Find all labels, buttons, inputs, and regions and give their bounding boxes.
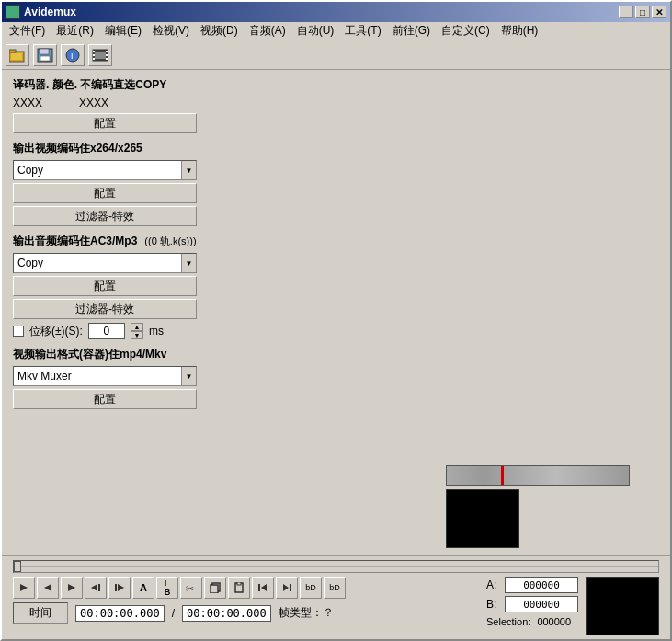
video-filter-button[interactable]: 过滤器-特效 [13,206,197,226]
decoder-title: 译码器. 颜色. 不编码直选COPY [13,77,427,93]
menu-goto[interactable]: 前往(G) [387,21,436,40]
b-input[interactable]: 000000 [505,596,578,612]
audio-codec-subtitle: ((0 轨.k(s))) [144,235,196,248]
app-icon [6,5,20,19]
prev-frame-button[interactable] [37,577,59,599]
video-codec-value: Copy [17,164,43,177]
offset-spin-up[interactable]: ▲ [131,323,143,331]
menu-help[interactable]: 帮助(H) [495,21,544,40]
progress-thumb [14,561,21,572]
decoder-section: 译码器. 颜色. 不编码直选COPY XXXX XXXX 配置 [13,77,427,133]
menu-video[interactable]: 视频(D) [195,21,244,40]
red-marker [501,466,504,485]
b-row: B: 000000 [486,596,578,612]
goto-end-button[interactable] [276,577,298,599]
video-format-config-button[interactable]: 配置 [13,389,197,409]
menu-file[interactable]: 文件(F) [4,21,51,40]
offset-spinner: ▲ ▼ [131,323,143,339]
video-config-button[interactable]: 配置 [13,183,197,203]
menu-auto[interactable]: 自动(U) [291,21,340,40]
offset-unit: ms [149,325,164,338]
svg-rect-13 [106,51,108,52]
selection-row: Selection: 000000 [486,615,571,628]
audio-config-button[interactable]: 配置 [13,276,197,296]
ab-section: A: 000000 B: 000000 Selection: 000000 [475,577,578,628]
paste-button[interactable] [228,577,250,599]
progress-track [14,566,658,567]
svg-rect-30 [290,584,291,591]
video-preview [586,577,659,635]
total-time: 00:00:00.000 [182,605,271,622]
window-title: Avidemux [24,6,76,18]
save-button[interactable] [33,44,57,66]
next-frame-button[interactable] [61,577,83,599]
controls-row: A IB ✂ [13,577,475,599]
svg-rect-12 [93,58,95,60]
film-button[interactable] [88,44,112,66]
prev-key-button[interactable] [85,577,107,599]
play-button[interactable] [13,577,35,599]
maximize-button[interactable]: □ [635,6,650,18]
preview-area [446,489,519,548]
main-window: Avidemux _ □ ✕ 文件(F) 最近(R) 编辑(E) 检视(V) 视… [0,0,672,641]
a-row: A: 000000 [486,577,578,593]
video-codec-arrow: ▼ [181,161,196,179]
selection-label: Selection: 000000 [486,616,571,627]
menu-tools[interactable]: 工具(T) [339,21,386,40]
a-button[interactable]: A [132,577,154,599]
offset-row: 位移(±)(S): 0 ▲ ▼ ms [13,323,427,339]
rewind-button[interactable]: bD [300,577,322,599]
close-button[interactable]: ✕ [652,6,666,18]
offset-input[interactable]: 0 [88,323,125,339]
video-format-dropdown[interactable]: Mkv Muxer ▼ [13,366,197,386]
audio-codec-value: Copy [17,257,43,269]
svg-rect-2 [11,53,22,60]
offset-spin-down[interactable]: ▼ [131,331,143,339]
video-format-value: Mkv Muxer [17,370,72,383]
video-codec-title: 输出视频编码住x264/x265 [13,141,427,156]
svg-rect-22 [115,584,117,591]
info-button[interactable]: i [61,44,85,66]
cut-button[interactable]: ✂ [180,577,202,599]
audio-filter-button[interactable]: 过滤器-特效 [13,299,197,319]
next-key-button[interactable] [108,577,131,599]
toolbar: i [2,40,670,70]
svg-rect-25 [211,585,218,593]
svg-marker-29 [261,584,267,591]
svg-rect-20 [98,584,100,591]
seek-bar[interactable] [13,560,659,573]
codec-label-2: XXXX [79,97,108,109]
title-bar: Avidemux _ □ ✕ [2,2,670,22]
menu-custom[interactable]: 自定义(C) [436,21,495,40]
svg-marker-21 [118,584,124,591]
a-input[interactable]: 000000 [505,577,578,593]
svg-rect-4 [40,49,49,54]
menu-bar: 文件(F) 最近(R) 编辑(E) 检视(V) 视频(D) 音频(A) 自动(U… [2,22,670,40]
copy-ctrl-button[interactable] [204,577,226,599]
svg-rect-1 [9,50,16,52]
minimize-button[interactable]: _ [619,6,633,18]
forward-button[interactable]: bD [324,577,346,599]
svg-rect-28 [258,584,260,591]
ib-button[interactable]: IB [156,577,178,599]
menu-recent[interactable]: 最近(R) [51,21,99,40]
controls-area: A IB ✂ [13,577,475,624]
audio-codec-dropdown[interactable]: Copy ▼ [13,253,197,273]
menu-view[interactable]: 检视(V) [147,21,195,40]
svg-rect-15 [106,58,108,60]
goto-start-button[interactable] [252,577,274,599]
video-format-arrow: ▼ [181,367,196,385]
video-codec-dropdown[interactable]: Copy ▼ [13,160,197,180]
b-label: B: [486,598,499,611]
audio-codec-section: 输出音频编码住AC3/Mp3 ((0 轨.k(s))) Copy ▼ 配置 过滤… [13,234,427,339]
a-label: A: [486,578,499,591]
offset-checkbox[interactable] [13,326,24,337]
menu-edit[interactable]: 编辑(E) [99,21,147,40]
open-button[interactable] [6,44,29,66]
menu-audio[interactable]: 音频(A) [244,21,291,40]
svg-marker-17 [44,584,51,591]
frame-type: 帧类型：？ [279,605,334,621]
decoder-config-button[interactable]: 配置 [13,113,197,133]
video-format-section: 视频输出格式(容器)住mp4/Mkv Mkv Muxer ▼ 配置 [13,347,427,409]
right-panel [439,70,670,555]
